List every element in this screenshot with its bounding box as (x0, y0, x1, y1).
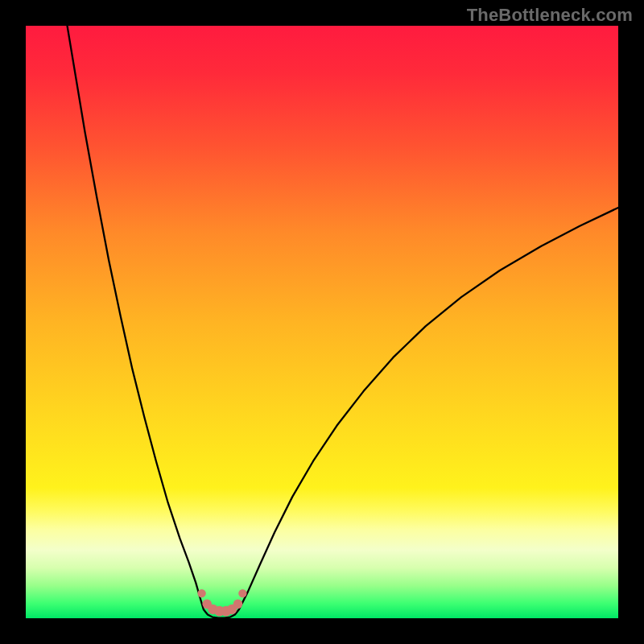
valley-marker (233, 600, 243, 609)
bottleneck-curve (68, 26, 618, 618)
watermark-text: TheBottleneck.com (467, 5, 633, 26)
plot-area (26, 26, 618, 618)
valley-marker (197, 589, 205, 597)
valley-marker (238, 589, 246, 597)
chart-svg (26, 26, 618, 618)
outer-black-frame: TheBottleneck.com (0, 0, 644, 644)
